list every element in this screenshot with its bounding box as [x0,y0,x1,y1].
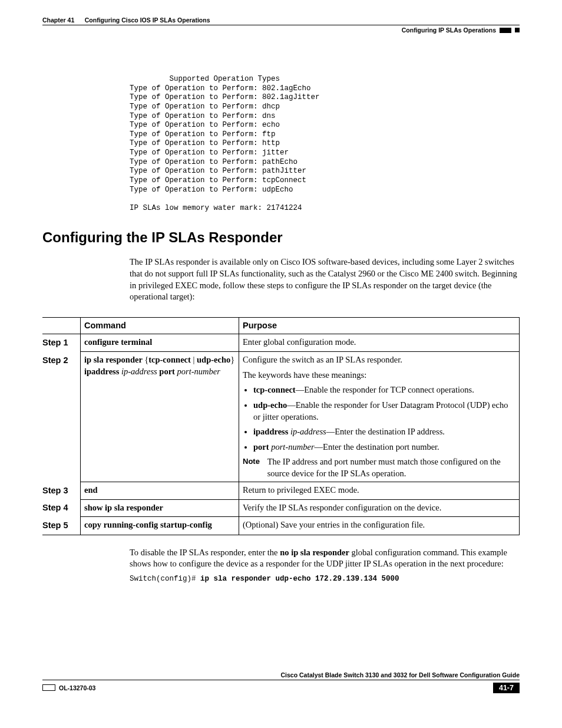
note-label: Note [243,456,265,467]
section-title: Configuring the IP SLAs Responder [42,229,520,246]
step-label: Step 2 [42,352,81,482]
footer-guide-title: Cisco Catalyst Blade Switch 3130 and 303… [42,671,520,678]
header-rule [42,25,520,25]
chapter-header: Chapter 41 Configuring Cisco IOS IP SLAs… [42,17,210,24]
purpose-text: Return to privileged EXEC mode. [239,482,520,500]
footer-rule [42,680,520,680]
section-header-right: Configuring IP SLAs Operations [402,27,496,34]
note-text: The IP address and port number must matc… [267,456,514,479]
purpose-text: Enter global configuration mode. [239,334,520,352]
command-text: show ip sla responder [84,503,163,512]
console-output: Supported Operation Types Type of Operat… [130,75,520,213]
footer-doc-id: OL-13270-03 [59,684,95,691]
page-number: 41-7 [493,683,520,693]
purpose-text: Verify the IP SLAs responder configurati… [239,499,520,517]
step-label: Step 4 [42,499,81,517]
table-row: Step 4 show ip sla responder Verify the … [42,499,520,517]
header-marker-small [515,28,520,32]
steps-table: Command Purpose Step 1 configure termina… [42,317,520,535]
table-row: Step 3 end Return to privileged EXEC mod… [42,482,520,500]
col-header-command: Command [81,317,239,334]
cli-example: Switch(config)# ip sla responder udp-ech… [130,575,520,583]
purpose-text: Configure the switch as an IP SLAs respo… [239,352,520,482]
step-label: Step 1 [42,334,81,352]
table-row: Step 2 ip sla responder {tcp-connect | u… [42,352,520,482]
col-header-purpose: Purpose [239,317,520,334]
command-text: copy running-config startup-config [84,520,212,529]
purpose-text: (Optional) Save your entries in the conf… [239,517,520,535]
command-text: ip sla responder {tcp-connect | udp-echo… [81,352,239,482]
intro-paragraph: The IP SLAs responder is available only … [130,256,520,302]
command-text: end [84,485,98,495]
table-row: Step 1 configure terminal Enter global c… [42,334,520,352]
header-marker-box [500,28,511,33]
after-table-paragraph: To disable the IP SLAs responder, enter … [130,547,520,570]
command-text: configure terminal [84,337,152,347]
footer-marker-box [42,684,55,691]
table-row: Step 5 copy running-config startup-confi… [42,517,520,535]
step-label: Step 3 [42,482,81,500]
step-label: Step 5 [42,517,81,535]
